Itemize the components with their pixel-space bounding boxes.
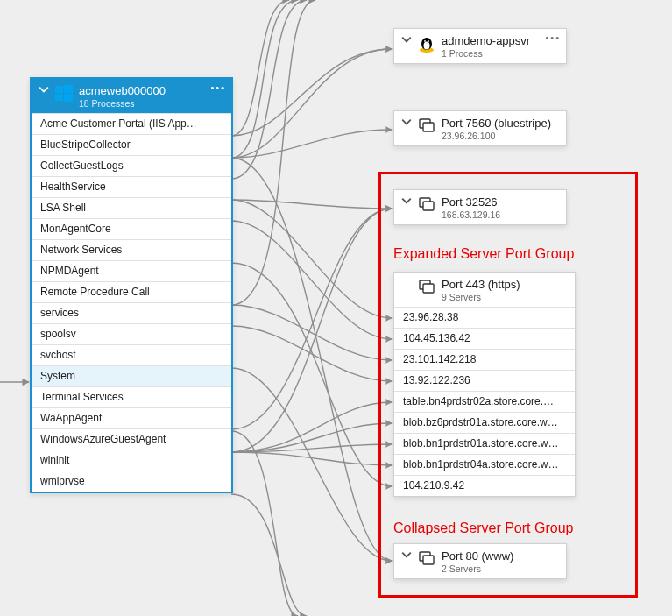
more-icon[interactable]: ••• (210, 82, 226, 93)
node-title: Port 32526 (442, 195, 559, 209)
server-row[interactable]: 23.96.28.38 (394, 307, 575, 328)
process-row[interactable]: WaAppAgent (32, 407, 231, 428)
svg-rect-0 (55, 86, 63, 93)
svg-point-9 (425, 41, 426, 42)
node-subtitle: 18 Processes (79, 98, 224, 110)
chevron-down-icon (401, 549, 415, 562)
server-row[interactable]: 104.210.9.42 (394, 475, 575, 496)
svg-rect-14 (423, 202, 434, 210)
node-header[interactable]: Port 443 (https) 9 Servers (394, 273, 575, 307)
svg-rect-16 (423, 284, 434, 293)
svg-point-10 (428, 41, 429, 42)
process-row[interactable]: WindowsAzureGuestAgent (32, 428, 231, 450)
chevron-down-icon (401, 34, 415, 46)
node-port-32526[interactable]: Port 32526 168.63.129.16 (393, 189, 567, 225)
node-header[interactable]: acmeweb000000 18 Processes ••• (32, 79, 231, 113)
chevron-down-icon (39, 84, 53, 96)
node-acmeweb[interactable]: acmeweb000000 18 Processes ••• Acme Cust… (30, 77, 233, 493)
server-row[interactable]: blob.bn1prdstr01a.store.core.w… (394, 433, 575, 454)
node-title: Port 80 (www) (442, 549, 559, 563)
server-row[interactable]: 23.101.142.218 (394, 349, 575, 370)
process-row[interactable]: Remote Procedure Call (32, 281, 231, 302)
svg-rect-12 (423, 123, 434, 131)
node-header[interactable]: Port 7560 (bluestripe) 23.96.26.100 (394, 111, 566, 145)
process-row[interactable]: NPMDAgent (32, 260, 231, 281)
linux-icon (417, 34, 436, 53)
svg-point-6 (424, 42, 430, 50)
process-row[interactable]: HealthService (32, 176, 231, 197)
node-header[interactable]: admdemo-appsvr 1 Process ••• (394, 29, 566, 63)
server-row[interactable]: table.bn4prdstr02a.store.core.… (394, 391, 575, 412)
process-list: Acme Customer Portal (IIS App…BlueStripe… (32, 113, 231, 492)
node-port-7560[interactable]: Port 7560 (bluestripe) 23.96.26.100 (393, 110, 567, 146)
node-port-80[interactable]: Port 80 (www) 2 Servers (393, 543, 567, 579)
process-row[interactable]: LSA Shell (32, 197, 231, 218)
process-row[interactable]: wininit (32, 450, 231, 471)
svg-rect-18 (423, 556, 434, 564)
node-title: Port 7560 (bluestripe) (442, 117, 559, 131)
server-row[interactable]: blob.bz6prdstr01a.store.core.w… (394, 412, 575, 433)
server-row[interactable]: 13.92.122.236 (394, 370, 575, 391)
process-row[interactable]: spoolsv (32, 323, 231, 344)
process-row[interactable]: services (32, 302, 231, 323)
process-row[interactable]: System (32, 365, 231, 386)
windows-icon (54, 84, 74, 103)
server-group-icon (417, 278, 436, 297)
svg-rect-1 (64, 85, 73, 93)
node-port-443[interactable]: Port 443 (https) 9 Servers 23.96.28.3810… (393, 272, 576, 497)
node-title: admdemo-appsvr (442, 34, 559, 48)
more-icon[interactable]: ••• (545, 32, 561, 43)
server-list: 23.96.28.38104.45.136.4223.101.142.21813… (394, 307, 575, 496)
process-row[interactable]: Acme Customer Portal (IIS App… (32, 113, 231, 134)
annotation-expanded: Expanded Server Port Group (393, 246, 574, 262)
chevron-down-icon (401, 195, 415, 208)
process-row[interactable]: Terminal Services (32, 386, 231, 407)
node-subtitle: 168.63.129.16 (442, 209, 559, 221)
svg-rect-3 (64, 94, 73, 102)
server-group-icon (417, 549, 436, 569)
server-group-icon (417, 117, 436, 136)
node-subtitle: 1 Process (442, 48, 559, 60)
process-row[interactable]: MonAgentCore (32, 218, 231, 239)
svg-rect-2 (55, 94, 63, 101)
node-subtitle: 9 Servers (442, 292, 568, 303)
node-title: acmeweb000000 (79, 84, 224, 98)
chevron-down-icon (401, 117, 415, 129)
process-row[interactable]: Network Services (32, 239, 231, 260)
node-title: Port 443 (https) (442, 278, 568, 292)
node-subtitle: 23.96.26.100 (442, 131, 559, 142)
server-row[interactable]: 104.45.136.42 (394, 328, 575, 349)
process-row[interactable]: svchost (32, 344, 231, 365)
process-row[interactable]: wmiprvse (32, 471, 231, 492)
node-subtitle: 2 Servers (442, 563, 559, 575)
process-row[interactable]: CollectGuestLogs (32, 155, 231, 176)
node-admdemo-appsvr[interactable]: admdemo-appsvr 1 Process ••• (393, 28, 567, 64)
annotation-collapsed: Collapsed Server Port Group (393, 520, 573, 536)
node-header[interactable]: Port 32526 168.63.129.16 (394, 190, 566, 224)
process-row[interactable]: BlueStripeCollector (32, 134, 231, 155)
server-row[interactable]: blob.bn1prdstr04a.store.core.w… (394, 454, 575, 475)
server-group-icon (417, 195, 436, 215)
node-header[interactable]: Port 80 (www) 2 Servers (394, 544, 566, 578)
